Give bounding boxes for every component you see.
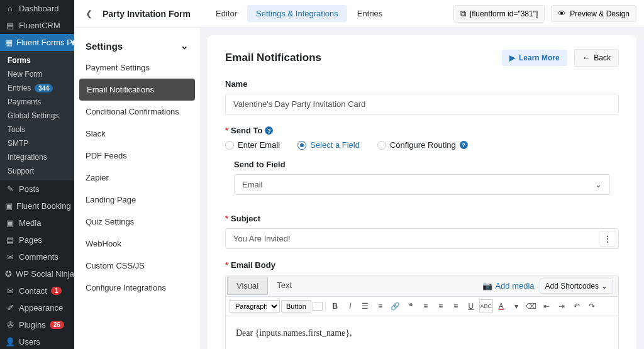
nav-webhook[interactable]: WebHook	[74, 233, 200, 255]
opt-routing[interactable]: Configure Routing?	[377, 140, 468, 150]
outdent-icon[interactable]: ⇤	[540, 299, 553, 313]
italic-icon[interactable]: I	[343, 299, 357, 313]
numbered-list-icon[interactable]: ≡	[374, 299, 387, 313]
field-subject: *Subject ⋮	[225, 214, 619, 249]
tab-entries[interactable]: Entries	[348, 5, 391, 22]
nav-conditional[interactable]: Conditional Confirmations	[74, 101, 200, 123]
align-left-icon[interactable]: ≡	[419, 299, 433, 313]
email-notifications-card: Email Notifications ▶Learn More ←Back Na…	[208, 35, 636, 349]
nav-quiz[interactable]: Quiz Settings	[74, 211, 200, 233]
learn-more-button[interactable]: ▶Learn More	[502, 50, 567, 66]
tab-editor[interactable]: Editor	[207, 5, 246, 22]
menu-pages[interactable]: ▤Pages	[0, 231, 74, 248]
name-input[interactable]	[225, 94, 619, 114]
comment-icon: ✉	[5, 252, 15, 262]
nav-zapier[interactable]: Zapier	[74, 167, 200, 189]
wp-admin-sidebar: ⌂Dashboard ▤FluentCRM ▦Fluent Forms Pro …	[0, 0, 74, 349]
sub-smtp[interactable]: SMTP	[0, 136, 74, 150]
undo-icon[interactable]: ↶	[570, 299, 584, 313]
name-label: Name	[225, 79, 619, 89]
color-swatch[interactable]	[313, 302, 323, 311]
nav-landing[interactable]: Landing Page	[74, 189, 200, 211]
editor-tab-visual[interactable]: Visual	[227, 277, 268, 295]
preview-button[interactable]: 👁Preview & Design	[551, 5, 636, 22]
pin-icon: ✎	[5, 184, 15, 194]
nav-email[interactable]: Email Notifications	[79, 79, 195, 101]
shortcode-button[interactable]: ⧉[fluentform id="381"]	[453, 5, 545, 23]
menu-dashboard[interactable]: ⌂Dashboard	[0, 0, 74, 17]
nav-slack[interactable]: Slack	[74, 123, 200, 145]
redo-icon[interactable]: ↷	[585, 299, 599, 313]
back-button[interactable]: ❮	[82, 5, 96, 22]
editor-tab-text[interactable]: Text	[268, 277, 301, 295]
play-icon: ▶	[509, 53, 515, 62]
link-icon[interactable]: 🔗	[389, 299, 402, 313]
insert-button[interactable]: Button	[281, 300, 311, 313]
back-list-button[interactable]: ←Back	[574, 49, 619, 67]
page-icon: ▤	[5, 235, 15, 245]
content-column: Email Notifications ▶Learn More ←Back Na…	[200, 28, 644, 349]
indent-icon[interactable]: ⇥	[555, 299, 569, 313]
sendto-options: Enter Email Select a Field Configure Rou…	[225, 140, 619, 150]
opt-enter-email[interactable]: Enter Email	[225, 140, 280, 150]
sub-tools[interactable]: Tools	[0, 123, 74, 136]
text-color-icon[interactable]: A	[494, 299, 508, 313]
bullet-list-icon[interactable]: ☰	[358, 299, 372, 313]
add-media-button[interactable]: 📷Add media	[482, 281, 534, 291]
gauge-icon: ⌂	[5, 4, 15, 13]
sendto-subfield: Send to Field Email⌄	[225, 157, 619, 202]
nav-configure[interactable]: Configure Integrations	[74, 277, 200, 299]
format-select[interactable]: Paragraph	[230, 300, 280, 313]
field-name: Name	[225, 79, 619, 114]
nav-css[interactable]: Custom CSS/JS	[74, 255, 200, 277]
sendto-label: Send To	[231, 126, 262, 135]
menu-fluentcrm[interactable]: ▤FluentCRM	[0, 17, 74, 34]
tab-settings[interactable]: Settings & Integrations	[247, 5, 347, 22]
bold-icon[interactable]: B	[328, 299, 342, 313]
form-title: Party Invitation Form	[103, 9, 191, 19]
menu-users[interactable]: 👤Users	[0, 333, 74, 349]
menu-posts[interactable]: ✎Posts	[0, 180, 74, 197]
align-right-icon[interactable]: ≡	[449, 299, 463, 313]
required-mark: *	[225, 126, 228, 135]
sub-integrations[interactable]: Integrations	[0, 150, 74, 164]
menu-wp-social-ninja[interactable]: ✪WP Social Ninja	[0, 265, 74, 282]
sub-forms[interactable]: Forms	[0, 53, 74, 67]
text-color-dropdown-icon[interactable]: ▾	[509, 299, 523, 313]
sub-new-form[interactable]: New Form	[0, 67, 74, 81]
sendto-field-select[interactable]: Email⌄	[234, 174, 610, 195]
menu-comments[interactable]: ✉Comments	[0, 248, 74, 265]
sub-support[interactable]: Support	[0, 164, 74, 178]
menu-appearance[interactable]: ✐Appearance	[0, 299, 74, 316]
editor-body[interactable]: Dear {inputs.names.first_name}, Your reg…	[226, 316, 618, 349]
required-mark: *	[225, 260, 228, 270]
sub-entries[interactable]: Entries344	[0, 81, 74, 95]
nav-pdf[interactable]: PDF Feeds	[74, 145, 200, 167]
menu-plugins[interactable]: ✇Plugins26	[0, 316, 74, 333]
header-tabs: Editor Settings & Integrations Entries	[207, 5, 391, 22]
user-icon: 👤	[5, 337, 15, 346]
strike-icon[interactable]: ABC	[479, 299, 493, 313]
sub-global[interactable]: Global Settings	[0, 109, 74, 123]
clear-format-icon[interactable]: ⌫	[525, 299, 538, 313]
align-center-icon[interactable]: ≡	[434, 299, 448, 313]
blockquote-icon[interactable]: ❝	[404, 299, 418, 313]
menu-contact[interactable]: ✉Contact1	[0, 282, 74, 299]
add-shortcodes-button[interactable]: Add Shortcodes⌄	[540, 279, 613, 294]
menu-media[interactable]: ▣Media	[0, 214, 74, 231]
contact-badge: 1	[51, 287, 62, 295]
settings-header[interactable]: Settings⌄	[74, 35, 200, 57]
chevron-down-icon: ⌄	[601, 282, 608, 291]
subject-shortcode-button[interactable]: ⋮	[599, 231, 616, 247]
info-icon[interactable]: ?	[460, 141, 468, 149]
opt-select-field[interactable]: Select a Field	[297, 140, 360, 150]
menu-fluent-booking[interactable]: ▣Fluent Booking	[0, 197, 74, 214]
underline-icon[interactable]: U	[464, 299, 478, 313]
subject-input[interactable]	[225, 228, 619, 249]
sub-payments[interactable]: Payments	[0, 95, 74, 109]
nav-payment[interactable]: Payment Settings	[74, 57, 200, 79]
info-icon[interactable]: ?	[265, 126, 273, 135]
menu-fluentforms[interactable]: ▦Fluent Forms Pro	[0, 34, 74, 51]
required-mark: *	[225, 214, 228, 223]
chevron-down-icon: ⌄	[180, 40, 189, 52]
